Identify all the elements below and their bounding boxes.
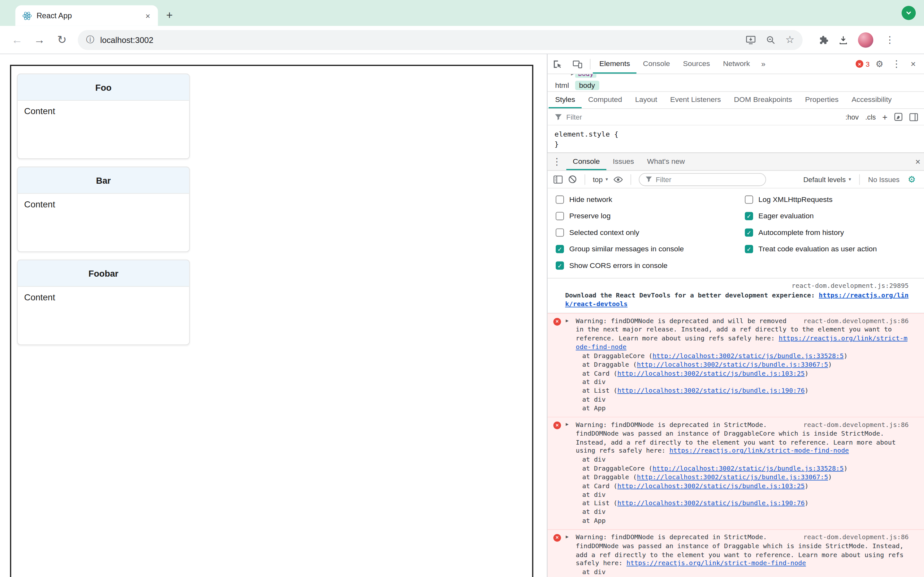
toggle-hover-state-button[interactable]: :hov xyxy=(845,113,859,121)
devtools-settings-gear-icon[interactable]: ⚙ xyxy=(873,59,886,69)
context-selector[interactable]: top ▾ xyxy=(593,175,608,183)
console-filter-input[interactable] xyxy=(656,175,759,183)
console-setting-group-similar-messages-in-console[interactable]: ✓Group similar messages in console xyxy=(556,241,745,257)
live-expression-eye-icon[interactable] xyxy=(613,176,622,183)
console-setting-autocomplete-from-history[interactable]: ✓Autocomplete from history xyxy=(745,224,924,241)
drawer-tab-issues[interactable]: Issues xyxy=(606,153,641,170)
checkbox[interactable]: ✓ xyxy=(745,229,753,237)
tree-caret-icon[interactable]: ▶ xyxy=(571,74,574,76)
card-foobar[interactable]: FoobarContent xyxy=(17,259,190,345)
stack-frame-link[interactable]: http://localhost:3002/static/js/bundle.j… xyxy=(617,387,804,395)
devtools-tab-console[interactable]: Console xyxy=(636,54,677,74)
browser-tab[interactable]: React App × xyxy=(15,5,158,26)
stack-frame-link[interactable]: http://localhost:3002/static/js/bundle.j… xyxy=(617,500,804,507)
devtools-tab-network[interactable]: Network xyxy=(716,54,756,74)
clear-console-icon[interactable] xyxy=(568,175,577,184)
error-count-badge[interactable]: × 3 xyxy=(856,60,870,68)
checkbox[interactable]: ✓ xyxy=(556,229,564,237)
drawer-tab-what-s-new[interactable]: What's new xyxy=(641,153,691,170)
devtools-close-icon[interactable]: × xyxy=(907,59,919,69)
checkbox[interactable]: ✓ xyxy=(745,245,753,253)
element-style-open[interactable]: element.style { xyxy=(554,129,917,140)
styles-subtab-properties[interactable]: Properties xyxy=(798,92,845,108)
extensions-puzzle-icon[interactable] xyxy=(818,34,829,45)
stack-frame-link[interactable]: http://localhost:3002/static/js/bundle.j… xyxy=(637,474,828,481)
card-bar[interactable]: BarContent xyxy=(17,167,190,252)
message-link[interactable]: https://reactjs.org/link/strict-mode-fin… xyxy=(627,560,806,567)
devtools-tab-sources[interactable]: Sources xyxy=(677,54,717,74)
checkbox[interactable]: ✓ xyxy=(556,195,564,204)
new-style-rule-icon[interactable]: + xyxy=(882,112,887,122)
styles-subtab-styles[interactable]: Styles xyxy=(549,92,582,108)
more-tabs-chevron[interactable]: » xyxy=(756,54,771,74)
console-setting-log-xmlhttprequests[interactable]: ✓Log XMLHttpRequests xyxy=(745,191,924,208)
issues-counter[interactable]: No Issues xyxy=(868,175,900,183)
styles-subtab-layout[interactable]: Layout xyxy=(628,92,664,108)
breadcrumb-html[interactable]: html xyxy=(555,81,569,89)
source-location-link[interactable]: react-dom.development.js:86 xyxy=(803,533,909,542)
bookmark-star-icon[interactable]: ☆ xyxy=(785,35,795,45)
styles-subtab-accessibility[interactable]: Accessibility xyxy=(845,92,898,108)
expand-caret-icon[interactable]: ▶ xyxy=(565,534,569,540)
devtools-menu-kebab-icon[interactable]: ⋮ xyxy=(889,58,903,69)
profile-avatar[interactable] xyxy=(858,32,873,47)
site-info-icon[interactable]: ⓘ xyxy=(86,34,94,45)
styles-filter-input[interactable] xyxy=(566,113,841,121)
devtools-tab-elements[interactable]: Elements xyxy=(593,54,636,74)
breadcrumb-body[interactable]: body xyxy=(575,81,599,90)
back-button[interactable]: ← xyxy=(7,30,27,50)
message-link[interactable]: https://reactjs.org/link/react-devtools xyxy=(565,292,908,308)
style-options-icon[interactable] xyxy=(894,113,903,121)
tab-close-icon[interactable]: × xyxy=(144,11,152,20)
console-setting-hide-network[interactable]: ✓Hide network xyxy=(556,191,745,208)
card-foo[interactable]: FooContent xyxy=(17,74,190,159)
downloads-icon[interactable] xyxy=(838,34,849,45)
reload-button[interactable]: ↻ xyxy=(52,30,72,50)
checkbox[interactable]: ✓ xyxy=(556,261,564,270)
log-levels-dropdown[interactable]: Default levels ▾ xyxy=(803,175,851,183)
source-location-link[interactable]: react-dom.development.js:29895 xyxy=(565,282,909,291)
browser-menu-kebab-icon[interactable]: ⋮ xyxy=(883,34,897,45)
url-text[interactable]: localhost:3002 xyxy=(100,35,739,44)
console-setting-preserve-log[interactable]: ✓Preserve log xyxy=(556,208,745,224)
console-filter-field[interactable] xyxy=(638,173,766,185)
checkbox[interactable]: ✓ xyxy=(556,245,564,253)
drawer-kebab-icon[interactable]: ⋮ xyxy=(548,153,566,170)
console-sidebar-icon[interactable] xyxy=(553,175,563,183)
stack-frame-link[interactable]: http://localhost:3002/static/js/bundle.j… xyxy=(617,482,804,490)
drawer-close-icon[interactable]: × xyxy=(912,153,924,170)
console-settings-gear-icon[interactable]: ⚙ xyxy=(905,174,918,185)
computed-sidebar-toggle-icon[interactable] xyxy=(909,113,918,121)
styles-subtab-dom-breakpoints[interactable]: DOM Breakpoints xyxy=(727,92,798,108)
selected-dom-node[interactable]: body xyxy=(575,74,596,77)
new-tab-button[interactable]: + xyxy=(166,8,173,23)
message-link[interactable]: https://reactjs.org/link/strict-mode-fin… xyxy=(669,447,849,455)
install-app-icon[interactable] xyxy=(745,34,756,45)
inspect-element-icon[interactable] xyxy=(548,54,567,74)
checkbox[interactable]: ✓ xyxy=(745,212,753,220)
forward-button[interactable]: → xyxy=(29,30,49,50)
source-location-link[interactable]: react-dom.development.js:86 xyxy=(803,317,909,326)
device-toolbar-icon[interactable] xyxy=(567,54,588,74)
drawer-tab-console[interactable]: Console xyxy=(566,153,606,170)
checkbox[interactable]: ✓ xyxy=(556,212,564,220)
message-link[interactable]: https://reactjs.org/link/strict-mode-fin… xyxy=(575,335,907,351)
checkbox[interactable]: ✓ xyxy=(745,195,753,204)
stack-frame-link[interactable]: http://localhost:3002/static/js/bundle.j… xyxy=(653,352,844,359)
console-setting-eager-evaluation[interactable]: ✓Eager evaluation xyxy=(745,208,924,224)
tab-search-button[interactable] xyxy=(901,6,916,20)
console-setting-treat-code-evaluation-as-user-action[interactable]: ✓Treat code evaluation as user action xyxy=(745,241,924,257)
stack-frame-link[interactable]: http://localhost:3002/static/js/bundle.j… xyxy=(637,361,828,368)
element-classes-button[interactable]: .cls xyxy=(865,113,876,121)
console-setting-selected-context-only[interactable]: ✓Selected context only xyxy=(556,224,745,241)
address-bar[interactable]: ⓘ localhost:3002 ☆ xyxy=(78,30,803,50)
expand-caret-icon[interactable]: ▶ xyxy=(565,422,569,428)
styles-subtab-event-listeners[interactable]: Event Listeners xyxy=(664,92,728,108)
zoom-icon[interactable] xyxy=(765,34,776,45)
styles-subtab-computed[interactable]: Computed xyxy=(582,92,628,108)
stack-frame-link[interactable]: http://localhost:3002/static/js/bundle.j… xyxy=(617,370,804,377)
console-setting-show-cors-errors-in-console[interactable]: ✓Show CORS errors in console xyxy=(556,258,745,274)
stack-frame-link[interactable]: http://localhost:3002/static/js/bundle.j… xyxy=(653,464,844,472)
expand-caret-icon[interactable]: ▶ xyxy=(565,318,569,324)
source-location-link[interactable]: react-dom.development.js:86 xyxy=(803,421,909,430)
